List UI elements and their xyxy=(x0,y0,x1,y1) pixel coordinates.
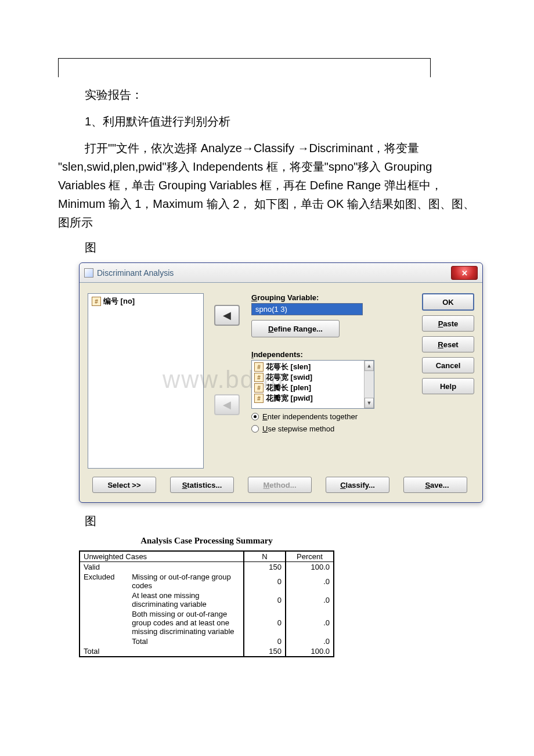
independents-list[interactable]: #花萼长 [slen] #花萼宽 [swid] #花瓣长 [plen] #花瓣宽… xyxy=(251,360,374,409)
reset-button[interactable]: Reset xyxy=(422,336,474,352)
table-cell: 150 xyxy=(244,646,286,657)
move-to-independents-button[interactable]: ◀ xyxy=(214,394,240,415)
summary-title: Analysis Case Processing Summary xyxy=(79,536,334,546)
variable-icon: # xyxy=(254,394,264,403)
paragraph-1: 打开""文件，依次选择 Analyze→Classify →Discrimina… xyxy=(58,139,476,232)
variable-label: 花瓣长 [plen] xyxy=(266,383,311,393)
variable-label: 编号 [no] xyxy=(103,296,135,307)
horizontal-rule-box xyxy=(58,58,431,77)
radio-icon xyxy=(251,425,259,433)
variable-label: 花瓣宽 [pwid] xyxy=(266,393,313,404)
table-cell xyxy=(80,591,128,609)
variable-icon: # xyxy=(254,362,264,372)
help-button[interactable]: Help xyxy=(422,378,474,394)
classify-button[interactable]: Classify... xyxy=(326,477,389,493)
scroll-up-icon[interactable]: ▲ xyxy=(365,361,374,371)
table-cell: At least one missing discriminating vari… xyxy=(128,591,243,609)
ok-button[interactable]: OK xyxy=(422,293,474,311)
radio-stepwise[interactable]: Use stepwise method xyxy=(251,424,412,433)
radio-enter-together[interactable]: Enter independents together xyxy=(251,412,412,421)
table-cell: 0 xyxy=(244,609,286,636)
paste-button[interactable]: Paste xyxy=(422,315,474,332)
col-header: N xyxy=(244,551,286,562)
method-button: Method... xyxy=(248,477,312,493)
define-range-button[interactable]: Define Range... xyxy=(251,320,340,337)
radio-icon xyxy=(251,413,259,420)
scroll-down-icon[interactable]: ▼ xyxy=(365,398,374,408)
source-variable-list[interactable]: # 编号 [no] xyxy=(88,293,204,469)
table-cell: 0 xyxy=(244,636,286,646)
variable-label: 花萼长 [slen] xyxy=(266,362,311,372)
table-cell: .0 xyxy=(286,572,334,591)
table-cell: .0 xyxy=(286,609,334,636)
table-cell xyxy=(128,562,243,573)
dialog-icon xyxy=(84,268,93,278)
list-item[interactable]: #花瓣宽 [pwid] xyxy=(254,393,371,404)
table-cell: 100.0 xyxy=(286,562,334,573)
table-cell: Missing or out-of-range group codes xyxy=(128,572,243,591)
discriminant-dialog: Discriminant Analysis ✕ # 编号 [no] ◀ ◀ xyxy=(79,262,483,503)
close-button[interactable]: ✕ xyxy=(451,266,478,280)
table-cell: 0 xyxy=(244,572,286,591)
table-cell: Both missing or out-of-range group codes… xyxy=(128,609,243,636)
col-header: Unweighted Cases xyxy=(80,551,244,562)
table-cell: 100.0 xyxy=(286,646,334,657)
step-1-heading: 1、利用默许值进行判别分析 xyxy=(58,112,476,131)
variable-icon: # xyxy=(254,383,264,393)
table-cell: Valid xyxy=(80,562,128,573)
figure-label-a: 图 xyxy=(58,240,476,255)
summary-table: Unweighted Cases N Percent Valid 150 100… xyxy=(79,550,334,657)
table-cell: 150 xyxy=(244,562,286,573)
list-item[interactable]: #花瓣长 [plen] xyxy=(254,383,371,393)
move-to-grouping-button[interactable]: ◀ xyxy=(214,305,240,326)
table-cell xyxy=(80,636,128,646)
table-cell: Excluded xyxy=(80,572,128,591)
summary-table-wrap: Analysis Case Processing Summary Unweigh… xyxy=(79,536,476,657)
grouping-variable-label: Grouping Variable: xyxy=(251,293,412,302)
variable-icon: # xyxy=(92,297,101,306)
list-item[interactable]: #花萼长 [slen] xyxy=(254,362,371,372)
independents-label: Independents: xyxy=(251,350,412,359)
col-header: Percent xyxy=(286,551,334,562)
table-cell: .0 xyxy=(286,636,334,646)
variable-label: 花萼宽 [swid] xyxy=(266,372,312,383)
grouping-variable-field[interactable]: spno(1 3) xyxy=(251,303,363,315)
cancel-button[interactable]: Cancel xyxy=(422,357,474,373)
statistics-button[interactable]: Statistics... xyxy=(170,477,234,493)
scrollbar[interactable]: ▲ ▼ xyxy=(364,361,374,408)
table-cell xyxy=(80,609,128,636)
save-button[interactable]: Save... xyxy=(403,477,467,493)
table-cell: Total xyxy=(80,646,128,657)
report-heading: 实验报告： xyxy=(58,85,476,104)
select-button[interactable]: Select >> xyxy=(92,477,156,493)
table-cell: 0 xyxy=(244,591,286,609)
list-item[interactable]: # 编号 [no] xyxy=(92,296,200,307)
list-item[interactable]: #花萼宽 [swid] xyxy=(254,372,371,383)
document-page: 实验报告： 1、利用默许值进行判别分析 打开""文件，依次选择 Analyze→… xyxy=(0,0,534,681)
table-cell: .0 xyxy=(286,591,334,609)
table-cell: Total xyxy=(128,636,243,646)
dialog-title: Discriminant Analysis xyxy=(97,268,174,278)
dialog-titlebar: Discriminant Analysis ✕ xyxy=(80,263,482,283)
variable-icon: # xyxy=(254,373,264,382)
table-cell xyxy=(128,646,243,657)
figure-label-b: 图 xyxy=(58,513,476,529)
